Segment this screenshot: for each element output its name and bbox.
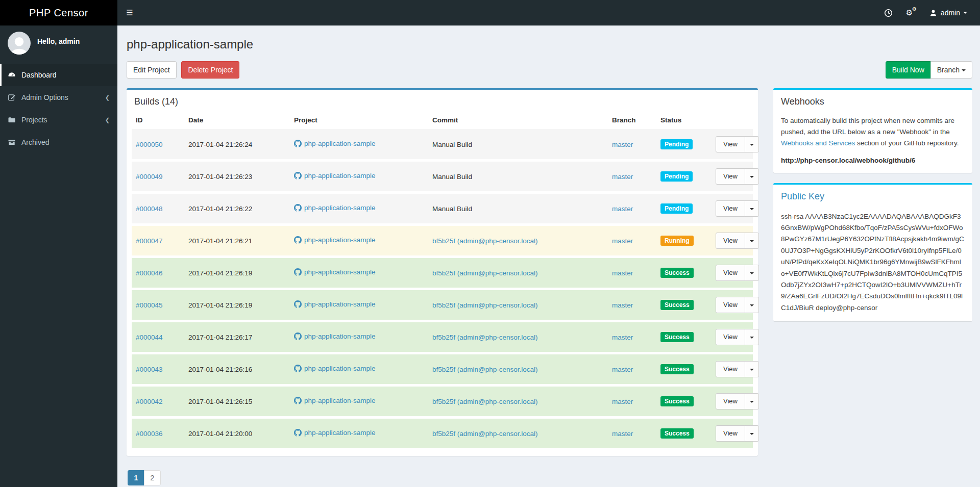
commit-link[interactable]: bf5b25f (admin@php-censor.local) <box>432 237 538 245</box>
branch-link[interactable]: master <box>612 141 633 148</box>
pagination-page-2[interactable]: 2 <box>144 470 161 485</box>
branch-link[interactable]: master <box>612 173 633 181</box>
view-dropdown-toggle[interactable] <box>745 393 759 409</box>
build-id-link[interactable]: #000048 <box>136 205 163 213</box>
view-button[interactable]: View <box>716 265 745 281</box>
view-dropdown-toggle[interactable] <box>745 200 759 217</box>
project-link[interactable]: php-application-sample <box>304 204 376 212</box>
sidebar-menu: Dashboard Admin Options ❮ Projects ❮ <box>0 64 117 153</box>
github-icon <box>294 204 302 213</box>
commit-link[interactable]: bf5b25f (admin@php-censor.local) <box>432 269 538 277</box>
project-link[interactable]: php-application-sample <box>304 397 376 404</box>
project-link[interactable]: php-application-sample <box>304 365 376 372</box>
branch-link[interactable]: master <box>612 398 633 405</box>
view-button[interactable]: View <box>716 361 745 377</box>
webhooks-services-link[interactable]: Webhooks and Services <box>781 139 855 147</box>
view-dropdown-toggle[interactable] <box>745 297 759 313</box>
user-menu[interactable]: admin <box>923 0 974 25</box>
builds-table-body: #000050 2017-01-04 21:26:24 php-applicat… <box>132 130 753 450</box>
column-header-commit: Commit <box>428 110 608 130</box>
build-history-button[interactable] <box>877 0 899 25</box>
build-id-link[interactable]: #000036 <box>136 430 163 438</box>
view-dropdown-toggle[interactable] <box>745 168 759 185</box>
build-id-link[interactable]: #000042 <box>136 398 163 405</box>
commit-link[interactable]: bf5b25f (admin@php-censor.local) <box>432 398 538 405</box>
view-button[interactable]: View <box>716 393 745 409</box>
project-link[interactable]: php-application-sample <box>304 300 376 308</box>
sidebar-toggle-button[interactable]: ☰ <box>117 0 142 25</box>
build-id-link[interactable]: #000046 <box>136 269 163 277</box>
public-key-panel: Public Key ssh-rsa AAAAB3NzaC1yc2EAAAADA… <box>773 183 972 322</box>
project-link[interactable]: php-application-sample <box>304 172 376 180</box>
build-now-button[interactable]: Build Now <box>886 61 931 79</box>
view-button[interactable]: View <box>716 136 745 152</box>
status-badge: Success <box>660 396 694 406</box>
view-dropdown-toggle[interactable] <box>745 136 759 152</box>
build-id-link[interactable]: #000047 <box>136 237 163 245</box>
view-dropdown-toggle[interactable] <box>745 233 759 249</box>
sidebar-item-archived[interactable]: Archived <box>0 131 117 153</box>
view-button[interactable]: View <box>716 425 745 442</box>
commit-link[interactable]: bf5b25f (admin@php-censor.local) <box>432 334 538 341</box>
branch-link[interactable]: master <box>612 205 633 213</box>
sidebar-item-projects[interactable]: Projects ❮ <box>0 109 117 131</box>
sidebar-item-dashboard[interactable]: Dashboard <box>0 64 117 86</box>
build-date: 2017-01-04 21:26:19 <box>188 269 252 277</box>
commit-text: Manual Build <box>432 205 472 213</box>
build-id-link[interactable]: #000043 <box>136 366 163 373</box>
view-dropdown-toggle[interactable] <box>745 361 759 377</box>
archive-icon <box>8 138 21 146</box>
settings-button[interactable]: ⚙⚙ <box>899 0 923 25</box>
github-icon <box>294 140 302 149</box>
status-badge: Success <box>660 268 694 278</box>
build-date: 2017-01-04 21:26:22 <box>188 205 252 213</box>
view-button[interactable]: View <box>716 297 745 313</box>
branch-link[interactable]: master <box>612 430 633 438</box>
branch-link[interactable]: master <box>612 334 633 341</box>
sidebar-item-admin-options[interactable]: Admin Options ❮ <box>0 86 117 109</box>
builds-table-header-row: ID Date Project Commit Branch Status <box>132 110 753 130</box>
branch-link[interactable]: master <box>612 366 633 373</box>
user-name: admin <box>941 9 960 17</box>
status-badge: Pending <box>660 171 693 182</box>
status-badge: Success <box>660 428 694 439</box>
build-id-link[interactable]: #000049 <box>136 173 163 181</box>
table-row: #000043 2017-01-04 21:26:16 php-applicat… <box>132 353 753 386</box>
build-date: 2017-01-04 21:26:23 <box>188 173 252 181</box>
branch-link[interactable]: master <box>612 237 633 245</box>
commit-link[interactable]: bf5b25f (admin@php-censor.local) <box>432 301 538 309</box>
delete-project-button[interactable]: Delete Project <box>181 61 239 79</box>
app-logo[interactable]: PHP Censor <box>0 0 117 25</box>
build-date: 2017-01-04 21:26:17 <box>188 334 252 341</box>
caret-down-icon <box>750 176 754 178</box>
view-dropdown-toggle[interactable] <box>745 425 759 442</box>
build-id-link[interactable]: #000050 <box>136 141 163 148</box>
caret-down-icon <box>750 433 754 435</box>
branch-link[interactable]: master <box>612 269 633 277</box>
view-button[interactable]: View <box>716 233 745 249</box>
status-badge: Pending <box>660 203 693 214</box>
column-header-date: Date <box>184 110 290 130</box>
project-link[interactable]: php-application-sample <box>304 332 376 340</box>
project-link[interactable]: php-application-sample <box>304 236 376 244</box>
view-button[interactable]: View <box>716 200 745 217</box>
pagination-page-1[interactable]: 1 <box>128 470 144 485</box>
project-link[interactable]: php-application-sample <box>304 429 376 437</box>
view-button[interactable]: View <box>716 168 745 185</box>
branch-dropdown-button[interactable]: Branch <box>930 61 972 79</box>
build-id-link[interactable]: #000044 <box>136 334 163 341</box>
project-link[interactable]: php-application-sample <box>304 140 376 147</box>
view-button[interactable]: View <box>716 329 745 345</box>
edit-project-button[interactable]: Edit Project <box>127 61 177 79</box>
view-dropdown-toggle[interactable] <box>745 265 759 281</box>
view-dropdown-toggle[interactable] <box>745 329 759 345</box>
commit-link[interactable]: bf5b25f (admin@php-censor.local) <box>432 430 538 438</box>
commit-link[interactable]: bf5b25f (admin@php-censor.local) <box>432 366 538 373</box>
column-header-project: Project <box>290 110 428 130</box>
user-icon <box>929 9 937 17</box>
build-id-link[interactable]: #000045 <box>136 301 163 309</box>
folder-icon <box>8 116 21 124</box>
project-link[interactable]: php-application-sample <box>304 268 376 276</box>
table-row: #000036 2017-01-04 21:20:00 php-applicat… <box>132 418 753 450</box>
branch-link[interactable]: master <box>612 301 633 309</box>
